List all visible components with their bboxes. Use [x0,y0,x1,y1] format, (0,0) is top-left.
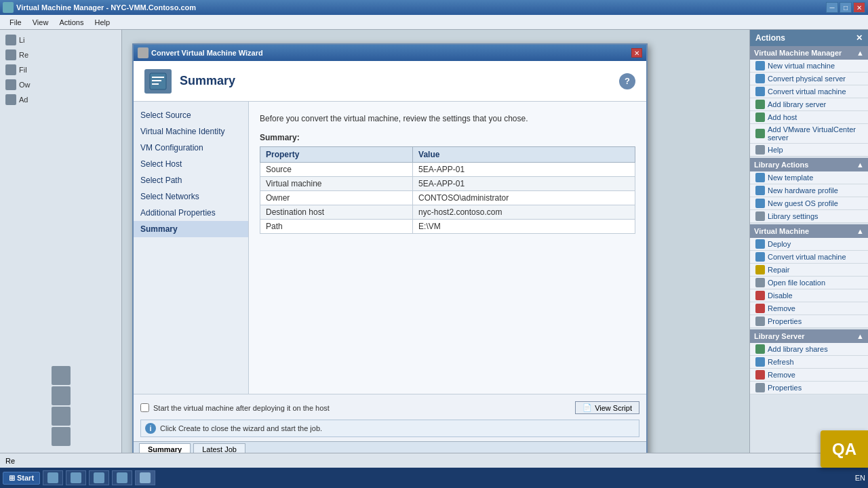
nav-icon-2[interactable] [52,386,71,405]
action-library-settings[interactable]: Library settings [750,210,868,223]
action-new-template[interactable]: New template [750,171,868,184]
action-convert-virtual[interactable]: Convert virtual machine [750,85,868,98]
properties-server-icon [755,383,765,392]
info-text: Click Create to close the wizard and sta… [160,424,322,432]
nav-select-host[interactable]: Select Host [134,156,248,172]
collapse-lib-server-icon: ▲ [856,332,864,340]
taskbar-app-3[interactable] [89,470,109,485]
action-help[interactable]: Help [750,144,868,157]
taskbar-app-4[interactable] [112,470,132,485]
dialog-header-title: Summary [180,74,235,88]
action-add-library[interactable]: Add library server [750,98,868,111]
section-lib-server: Library Server ▲ Add library shares Refr… [750,329,868,394]
left-nav-recent[interactable]: Re [0,47,121,62]
action-new-guest-os[interactable]: New guest OS profile [750,197,868,210]
left-nav-add[interactable]: Ad [0,92,121,107]
dialog-title-bar: Convert Virtual Machine Wizard ✕ [134,45,646,61]
table-row: Path E:\VM [260,220,635,234]
taskbar-icon-3 [94,472,104,483]
dialog-title-icon [138,47,149,58]
tab-latest-job[interactable]: Latest Job [193,443,245,453]
section-vm-header[interactable]: Virtual Machine ▲ [750,224,868,238]
action-refresh[interactable]: Refresh [750,356,868,369]
summary-label: Summary: [260,133,635,142]
nav-icon-3[interactable] [52,407,71,426]
left-nav-library[interactable]: Li [0,33,121,47]
dialog-close-button[interactable]: ✕ [631,48,642,58]
right-panel-close[interactable]: ✕ [856,33,863,43]
section-vmm-header[interactable]: Virtual Machine Manager ▲ [750,46,868,60]
left-nav: Li Re Fil Ow Ad [0,30,122,453]
action-add-lib-shares[interactable]: Add library shares [750,343,868,356]
action-deploy[interactable]: Deploy [750,238,868,251]
action-open-file[interactable]: Open file location [750,277,868,289]
col-property: Property [260,147,413,163]
convert-physical-icon [755,74,765,83]
nav-vm-identity[interactable]: Virtual Machine Identity [134,123,248,140]
taskbar-icon-vmm [140,472,151,483]
add-lib-shares-icon [755,344,765,354]
action-disable[interactable]: Disable [750,289,868,302]
taskbar-app-vmm[interactable] [135,470,155,485]
start-vm-checkbox[interactable] [140,403,149,412]
nav-select-source[interactable]: Select Source [134,107,248,123]
menu-actions[interactable]: Actions [54,17,89,28]
action-repair[interactable]: Repair [750,264,868,277]
section-lib-server-header[interactable]: Library Server ▲ [750,329,868,343]
right-panel-title: Actions ✕ [750,30,868,46]
val-owner: CONTOSO\administrator [413,191,635,205]
dialog-title-text: Convert Virtual Machine Wizard [151,49,263,57]
nav-select-networks[interactable]: Select Networks [134,188,248,205]
nav-additional-props[interactable]: Additional Properties [134,205,248,221]
menu-view[interactable]: View [27,17,54,28]
collapse-library-icon: ▲ [856,161,864,169]
view-script-button[interactable]: 📄 View Script [575,401,639,414]
nav-summary[interactable]: Summary [134,221,248,237]
nav-vm-config[interactable]: VM Configuration [134,140,248,156]
minimize-button[interactable]: ─ [826,2,838,13]
action-new-hw-profile[interactable]: New hardware profile [750,184,868,197]
remove-server-icon [755,370,765,380]
action-convert-vm2[interactable]: Convert virtual machine [750,251,868,264]
action-remove-vm[interactable]: Remove [750,302,868,315]
dialog-tab-bar: Summary Latest Job [134,441,646,453]
prop-owner: Owner [260,191,413,205]
title-controls: ─ □ ✕ [826,2,865,13]
start-button[interactable]: ⊞ Start [3,472,40,485]
menu-file[interactable]: File [4,17,27,28]
action-convert-physical[interactable]: Convert physical server [750,73,868,85]
status-text: Re [5,457,15,465]
taskbar-app-2[interactable] [66,470,86,485]
taskbar-locale: EN [855,474,865,482]
add-vmware-icon [755,129,765,138]
action-remove-server[interactable]: Remove [750,369,868,382]
left-nav-owner[interactable]: Ow [0,77,121,92]
window-close-button[interactable]: ✕ [853,2,865,13]
taskbar-app-1[interactable] [43,470,63,485]
action-add-vmware[interactable]: Add VMware VirtualCenter server [750,124,868,144]
taskbar-icon-1 [47,472,58,483]
dialog-intro-text: Before you convert the virtual machine, … [260,113,635,125]
action-properties-vm[interactable]: Properties [750,315,868,328]
menu-help[interactable]: Help [89,17,115,28]
maximize-button[interactable]: □ [840,2,852,13]
dialog-help-button[interactable]: ? [619,73,635,89]
tab-summary[interactable]: Summary [139,443,191,453]
collapse-vm-icon: ▲ [856,227,864,235]
nav-icon-4[interactable] [52,427,71,446]
dialog-main-content: Before you convert the virtual machine, … [249,102,646,394]
action-add-host[interactable]: Add host [750,111,868,124]
section-library-header[interactable]: Library Actions ▲ [750,158,868,171]
nav-icon-1[interactable] [52,366,71,385]
menu-bar: File View Actions Help [0,15,868,30]
val-dest-host: nyc-host2.contoso.com [413,205,635,220]
nav-select-path[interactable]: Select Path [134,172,248,188]
deploy-icon [755,239,765,249]
left-nav-filter[interactable]: Fil [0,62,121,77]
dialog-overlay: Convert Virtual Machine Wizard ✕ [122,30,749,453]
taskbar-icon-2 [71,472,81,483]
action-new-vm[interactable]: New virtual machine [750,60,868,73]
library-settings-icon [755,211,765,221]
action-properties-server[interactable]: Properties [750,382,868,394]
wizard-dialog: Convert Virtual Machine Wizard ✕ [132,43,648,453]
